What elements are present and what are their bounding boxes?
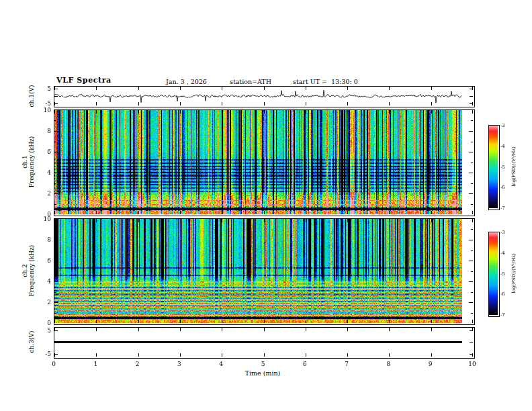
x-tick-mark bbox=[347, 110, 348, 113]
y-tick-mark bbox=[471, 204, 473, 205]
x-tick-mark bbox=[264, 211, 265, 214]
y-tick-mark bbox=[54, 89, 58, 89]
y-tick-label: 2 bbox=[38, 190, 51, 197]
y-tick-mark bbox=[54, 271, 56, 272]
x-tick-mark bbox=[138, 353, 139, 357]
vlf-spectra-figure: VLF Spectra Jan. 3 , 2026 station=ATH st… bbox=[0, 0, 532, 411]
y-tick-mark bbox=[471, 120, 473, 121]
ch2-frequency-axis-label: ch.2 Frequency (kHz) bbox=[21, 245, 35, 297]
x-tick-mark bbox=[180, 353, 181, 357]
x-tick-mark bbox=[347, 219, 348, 222]
x-tick-mark bbox=[389, 102, 390, 105]
y-tick-mark bbox=[54, 302, 58, 303]
y-tick-mark bbox=[470, 89, 473, 89]
colorbar-ch1-gradient bbox=[489, 126, 498, 208]
y-tick-mark bbox=[54, 163, 56, 163]
y-tick-mark bbox=[54, 250, 56, 251]
y-tick-label: 8 bbox=[38, 236, 51, 243]
x-tick-mark bbox=[138, 87, 139, 90]
y-tick-mark bbox=[54, 204, 56, 205]
colorbar-tick-label: -4 bbox=[500, 250, 505, 256]
colorbar-tick-label: -7 bbox=[500, 205, 505, 211]
x-tick-label: 9 bbox=[429, 361, 433, 367]
x-tick-label: 3 bbox=[177, 361, 181, 367]
y-tick-mark bbox=[54, 229, 56, 230]
y-tick-mark bbox=[54, 342, 58, 343]
x-tick-mark bbox=[306, 211, 306, 214]
x-tick-mark bbox=[180, 87, 181, 90]
x-tick-mark bbox=[138, 328, 139, 331]
x-tick-mark bbox=[54, 219, 55, 222]
y-tick-label: 2 bbox=[38, 299, 51, 306]
y-tick-mark bbox=[470, 354, 473, 355]
x-tick-label: 4 bbox=[219, 361, 223, 367]
x-tick-label: 1 bbox=[93, 361, 97, 367]
y-tick-mark bbox=[471, 142, 473, 142]
x-tick-mark bbox=[96, 87, 97, 90]
x-tick-mark bbox=[389, 353, 390, 357]
x-tick-label: 5 bbox=[261, 361, 265, 367]
y-tick-mark bbox=[471, 313, 473, 314]
x-tick-mark bbox=[472, 320, 473, 323]
x-tick-mark bbox=[389, 320, 390, 323]
plot-date-label: Jan. 3 , 2026 bbox=[166, 78, 207, 85]
y-tick-label: 6 bbox=[38, 148, 51, 155]
x-tick-mark bbox=[138, 102, 139, 105]
x-tick-mark bbox=[54, 320, 55, 323]
ch1-waveform-panel bbox=[54, 86, 475, 107]
x-tick-mark bbox=[96, 219, 97, 222]
ch3-waveform-panel bbox=[54, 327, 475, 359]
ch1-spectrogram-panel bbox=[54, 109, 475, 216]
x-tick-mark bbox=[138, 320, 139, 323]
y-tick-label: -5 bbox=[38, 351, 51, 357]
colorbar-ch2-label: log(PSD)/(V²/Hz) bbox=[511, 253, 517, 293]
x-tick-mark bbox=[347, 87, 348, 90]
x-tick-mark bbox=[306, 353, 306, 357]
x-tick-mark bbox=[431, 353, 432, 357]
x-tick-mark bbox=[431, 87, 432, 90]
y-tick-label: 5 bbox=[38, 327, 51, 334]
y-tick-mark bbox=[471, 250, 473, 251]
x-tick-mark bbox=[431, 102, 432, 105]
y-tick-mark bbox=[471, 183, 473, 184]
x-tick-mark bbox=[389, 219, 390, 222]
colorbar-ch2 bbox=[488, 232, 500, 317]
ch2-axis-label-line1: ch.2 bbox=[21, 245, 28, 297]
y-tick-mark bbox=[54, 330, 58, 331]
x-tick-mark bbox=[264, 110, 265, 113]
x-tick-label: 10 bbox=[468, 361, 476, 367]
y-tick-mark bbox=[54, 131, 58, 132]
x-tick-label: 2 bbox=[136, 361, 140, 367]
x-tick-label: 0 bbox=[52, 361, 56, 367]
x-tick-mark bbox=[222, 320, 222, 323]
y-tick-mark bbox=[54, 313, 56, 314]
x-tick-mark bbox=[54, 110, 55, 113]
x-tick-mark bbox=[347, 353, 348, 357]
x-tick-label: 6 bbox=[303, 361, 307, 367]
colorbar-tick-label: -3 bbox=[500, 123, 505, 128]
x-tick-mark bbox=[180, 102, 181, 105]
x-tick-mark bbox=[347, 320, 348, 323]
x-tick-mark bbox=[222, 211, 222, 214]
y-tick-label: 4 bbox=[38, 169, 51, 176]
ch3-voltage-axis-label: ch.3(V) bbox=[28, 331, 35, 353]
x-tick-mark bbox=[264, 320, 265, 323]
x-tick-mark bbox=[306, 219, 306, 222]
x-tick-mark bbox=[264, 87, 265, 90]
x-tick-mark bbox=[306, 328, 306, 331]
y-tick-label: 5 bbox=[38, 85, 51, 92]
y-tick-mark bbox=[54, 120, 56, 121]
ch1-voltage-axis-label: ch.1(V) bbox=[28, 85, 35, 107]
x-tick-mark bbox=[222, 328, 222, 331]
ch1-axis-label-line2: Frequency (kHz) bbox=[28, 136, 35, 188]
x-tick-mark bbox=[222, 353, 222, 357]
y-tick-label: -5 bbox=[38, 100, 51, 107]
y-tick-mark bbox=[469, 240, 473, 240]
ch2-axis-label-line2: Frequency (kHz) bbox=[28, 245, 35, 297]
x-tick-mark bbox=[264, 328, 265, 331]
colorbar-tick-label: -6 bbox=[500, 185, 505, 190]
x-tick-mark bbox=[389, 110, 390, 113]
colorbar-tick-label: -6 bbox=[500, 291, 505, 297]
x-tick-mark bbox=[96, 320, 97, 323]
x-tick-mark bbox=[54, 211, 55, 214]
